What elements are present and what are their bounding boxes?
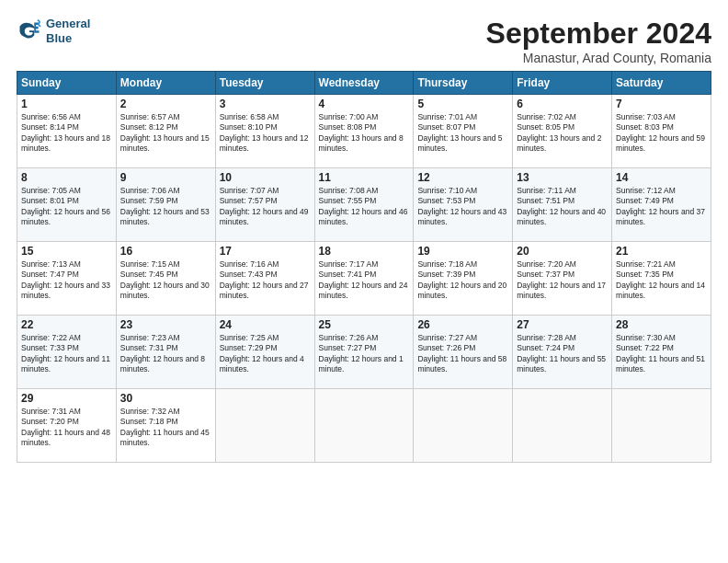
table-row: 18Sunrise: 7:17 AMSunset: 7:41 PMDayligh… [314, 242, 414, 316]
table-row [215, 389, 314, 463]
header-thursday: Thursday [414, 72, 513, 95]
table-row: 15Sunrise: 7:13 AMSunset: 7:47 PMDayligh… [17, 242, 117, 316]
table-row [513, 389, 612, 463]
table-row: 16Sunrise: 7:15 AMSunset: 7:45 PMDayligh… [116, 242, 215, 316]
calendar-header: Sunday Monday Tuesday Wednesday Thursday… [17, 72, 711, 95]
logo-text: General Blue [46, 17, 90, 45]
table-row: 22Sunrise: 7:22 AMSunset: 7:33 PMDayligh… [17, 316, 117, 389]
title-block: September 2024 Manastur, Arad County, Ro… [486, 17, 711, 65]
table-row: 19Sunrise: 7:18 AMSunset: 7:39 PMDayligh… [414, 242, 513, 316]
table-row [314, 389, 414, 463]
header-sunday: Sunday [17, 72, 117, 95]
table-row: 4Sunrise: 7:00 AMSunset: 8:08 PMDaylight… [314, 95, 414, 168]
table-row: 10Sunrise: 7:07 AMSunset: 7:57 PMDayligh… [215, 168, 314, 242]
logo-icon [17, 18, 42, 44]
table-row [414, 389, 513, 463]
table-row: 25Sunrise: 7:26 AMSunset: 7:27 PMDayligh… [314, 316, 414, 389]
calendar-table: Sunday Monday Tuesday Wednesday Thursday… [17, 71, 711, 463]
header-friday: Friday [513, 72, 612, 95]
table-row: 30Sunrise: 7:32 AMSunset: 7:18 PMDayligh… [116, 389, 215, 463]
logo: General Blue [17, 17, 90, 45]
header: General Blue September 2024 Manastur, Ar… [17, 17, 711, 65]
table-row: 9Sunrise: 7:06 AMSunset: 7:59 PMDaylight… [116, 168, 215, 242]
header-saturday: Saturday [612, 72, 711, 95]
table-row: 28Sunrise: 7:30 AMSunset: 7:22 PMDayligh… [612, 316, 711, 389]
header-wednesday: Wednesday [314, 72, 414, 95]
table-row: 17Sunrise: 7:16 AMSunset: 7:43 PMDayligh… [215, 242, 314, 316]
table-row: 3Sunrise: 6:58 AMSunset: 8:10 PMDaylight… [215, 95, 314, 168]
table-row: 21Sunrise: 7:21 AMSunset: 7:35 PMDayligh… [612, 242, 711, 316]
table-row: 1Sunrise: 6:56 AMSunset: 8:14 PMDaylight… [17, 95, 117, 168]
table-row: 13Sunrise: 7:11 AMSunset: 7:51 PMDayligh… [513, 168, 612, 242]
header-tuesday: Tuesday [215, 72, 314, 95]
calendar-body: 1Sunrise: 6:56 AMSunset: 8:14 PMDaylight… [17, 95, 711, 463]
table-row: 27Sunrise: 7:28 AMSunset: 7:24 PMDayligh… [513, 316, 612, 389]
table-row [612, 389, 711, 463]
table-row: 29Sunrise: 7:31 AMSunset: 7:20 PMDayligh… [17, 389, 117, 463]
page-container: General Blue September 2024 Manastur, Ar… [0, 0, 728, 472]
header-monday: Monday [116, 72, 215, 95]
table-row: 2Sunrise: 6:57 AMSunset: 8:12 PMDaylight… [116, 95, 215, 168]
month-title: September 2024 [486, 17, 711, 51]
table-row: 23Sunrise: 7:23 AMSunset: 7:31 PMDayligh… [116, 316, 215, 389]
table-row: 11Sunrise: 7:08 AMSunset: 7:55 PMDayligh… [314, 168, 414, 242]
table-row: 12Sunrise: 7:10 AMSunset: 7:53 PMDayligh… [414, 168, 513, 242]
table-row: 20Sunrise: 7:20 AMSunset: 7:37 PMDayligh… [513, 242, 612, 316]
table-row: 6Sunrise: 7:02 AMSunset: 8:05 PMDaylight… [513, 95, 612, 168]
location-title: Manastur, Arad County, Romania [486, 51, 711, 65]
table-row: 5Sunrise: 7:01 AMSunset: 8:07 PMDaylight… [414, 95, 513, 168]
table-row: 14Sunrise: 7:12 AMSunset: 7:49 PMDayligh… [612, 168, 711, 242]
table-row: 8Sunrise: 7:05 AMSunset: 8:01 PMDaylight… [17, 168, 117, 242]
table-row: 24Sunrise: 7:25 AMSunset: 7:29 PMDayligh… [215, 316, 314, 389]
table-row: 7Sunrise: 7:03 AMSunset: 8:03 PMDaylight… [612, 95, 711, 168]
table-row: 26Sunrise: 7:27 AMSunset: 7:26 PMDayligh… [414, 316, 513, 389]
